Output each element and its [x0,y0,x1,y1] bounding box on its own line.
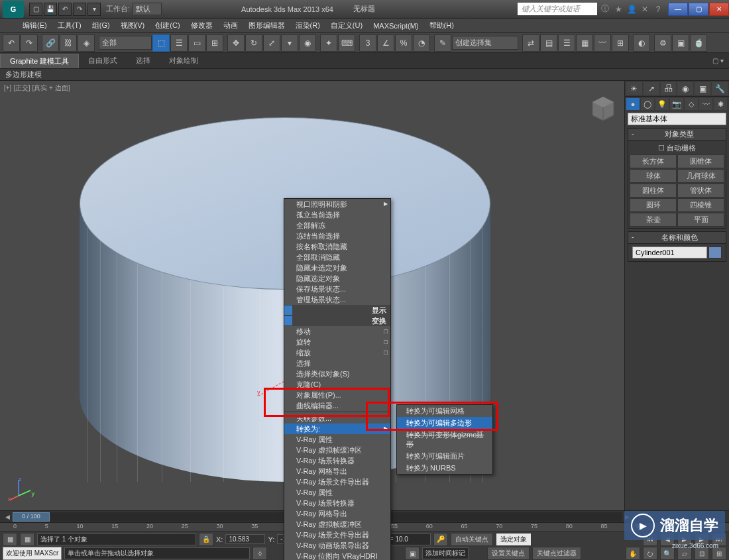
key-mode-icon[interactable]: 🔑 [433,533,448,546]
object-name-input[interactable]: Cylinder001 [632,247,707,258]
rendered-frame-button[interactable]: ▣ [672,34,689,52]
btn-sphere[interactable]: 球体 [630,169,677,183]
cm-wire-params[interactable]: 关联参数... [284,413,390,423]
maxscript-mini-icon[interactable]: ▦ [3,533,17,546]
hierarchy-tab-icon[interactable]: 品 [661,82,677,95]
schematic-button[interactable]: ⊞ [612,34,629,52]
minimize-button[interactable]: — [668,3,688,16]
cm-rotate[interactable]: 旋转 [284,337,390,347]
cm-vray-vfb1[interactable]: V-Ray 虚拟帧缓冲区 [284,445,390,455]
cm-scale[interactable]: 缩放 [284,347,390,358]
render-setup-button[interactable]: ⚙ [654,34,671,52]
cm-vray-vfb2[interactable]: V-Ray 虚拟帧缓冲区 [284,519,390,530]
help-icon[interactable]: ? [653,4,663,15]
spinner-snap-button[interactable]: ◔ [413,34,430,52]
cm-vray-mesh1[interactable]: V-Ray 网格导出 [284,466,390,476]
window-cross-button[interactable]: ⊞ [206,34,223,52]
cm-vray-anim-exp[interactable]: V-Ray 动画场景导出器 [284,540,390,551]
btn-plane[interactable]: 平面 [677,213,724,227]
cm-viewport-lighting[interactable]: 视口照明和阴影 [284,199,390,209]
snap-button[interactable]: 3 [359,34,376,52]
ribbon-tab-selection[interactable]: 选择 [127,54,160,68]
maximize-button[interactable]: ▢ [689,3,708,16]
undo-button[interactable]: ↶ [3,34,20,52]
render-button[interactable]: 🍵 [690,34,707,52]
viewcube[interactable] [589,94,618,123]
cm-isolate[interactable]: 孤立当前选择 [284,209,390,220]
menu-help[interactable]: 帮助(H) [424,19,459,32]
cm-unhide-name[interactable]: 按名称取消隐藏 [284,241,390,252]
ribbon-tab-paint[interactable]: 对象绘制 [160,54,207,68]
time-cursor[interactable]: 0 / 100 [13,512,50,522]
btn-cone[interactable]: 圆锥体 [677,154,724,168]
cm-convert-to[interactable]: 转换为: [284,423,390,434]
lights-icon[interactable]: 💡 [655,98,669,110]
setkey-button[interactable]: 设置关键点 [487,547,530,560]
selection-filter[interactable]: 全部 [99,36,152,50]
angle-snap-button[interactable]: ∠ [377,34,394,52]
cm-unfreeze-all[interactable]: 全部解冻 [284,220,390,231]
cm-vray-props2[interactable]: V-Ray 属性 [284,487,390,498]
cm-save-scene-state[interactable]: 保存场景状态... [284,284,390,294]
nav-pan-icon[interactable]: ✋ [626,547,640,560]
cm-hide-unsel[interactable]: 隐藏未选定对象 [284,262,390,273]
menu-views[interactable]: 视图(V) [115,19,150,32]
sm-nurbs[interactable]: 转换为 NURBS [397,462,492,474]
category-dropdown[interactable]: 标准基本体 [628,113,726,125]
menu-grapheditors[interactable]: 图形编辑器 [243,19,290,32]
ribbon-tab-graphite[interactable]: Graphite 建模工具 [0,54,79,68]
geometry-icon[interactable]: ● [626,98,640,110]
btn-tube[interactable]: 管状体 [677,184,724,197]
dropdown-icon[interactable]: ▾ [87,3,101,16]
layers-button[interactable]: ☰ [558,34,575,52]
sub-ribbon-label[interactable]: 多边形建模 [5,70,42,80]
sm-deform[interactable]: 转换为可变形体gizmo延形 [397,429,492,450]
menu-rendering[interactable]: 渲染(R) [290,19,325,32]
menu-tools[interactable]: 工具(T) [52,19,87,32]
ribbon-tab-freeform[interactable]: 自由形式 [79,54,127,68]
create-tab-icon[interactable]: ☀ [626,82,642,95]
search-input[interactable]: 键入关键字或短语 [518,3,597,15]
helpers-icon[interactable]: ◇ [685,98,698,110]
percent-snap-button[interactable]: % [395,34,412,52]
welcome-button[interactable]: 欢迎使用 MAXScr [3,547,62,560]
cm-vray-scene-exp2[interactable]: V-Ray 场景文件导出器 [284,530,390,540]
modify-tab-icon[interactable]: ↗ [644,82,659,95]
systems-icon[interactable]: ✱ [714,98,727,110]
bind-button[interactable]: ◈ [78,34,95,52]
keymode-button[interactable]: ⌨ [338,34,355,52]
btn-torus[interactable]: 圆环 [630,198,677,212]
infocenter-icon[interactable]: ⓘ [600,4,610,15]
cm-clone[interactable]: 克隆(C) [284,379,390,390]
cm-vray-scene-conv1[interactable]: V-Ray 场景转换器 [284,455,390,466]
edit-selset-button[interactable]: ✎ [434,34,451,52]
cm-select-similar[interactable]: 选择类似对象(S) [284,368,390,379]
btn-cylinder[interactable]: 圆柱体 [630,184,677,197]
sm-edit-poly[interactable]: 转换为可编辑多边形 [397,417,492,429]
cm-unhide-all[interactable]: 全部取消隐藏 [284,252,390,262]
undo-icon[interactable]: ↶ [58,3,72,16]
app-icon[interactable]: G [3,1,24,18]
x-coord-input[interactable]: 10.583 [225,534,265,544]
rotate-button[interactable]: ↻ [245,34,262,52]
cm-vray-scene-exp1[interactable]: V-Ray 场景文件导出器 [284,476,390,487]
cm-obj-props[interactable]: 对象属性(P)... [284,390,390,400]
btn-box[interactable]: 长方体 [630,154,677,168]
cameras-icon[interactable]: 📷 [670,98,683,110]
mirror-button[interactable]: ⇄ [522,34,539,52]
select-name-button[interactable]: ☰ [170,34,188,52]
keyfilter-button[interactable]: 关键点过滤器 [532,547,581,560]
cm-vray-mesh2[interactable]: V-Ray 网格导出 [284,508,390,519]
cm-vray-hdri[interactable]: V-Ray 位图向 VRayHDRI 转换 [284,551,390,560]
nav-orbit-icon[interactable]: ⭮ [643,547,657,560]
cm-curve-editor[interactable]: 曲线编辑器... [284,400,390,411]
sm-edit-mesh[interactable]: 转换为可编辑网格 [397,405,492,417]
ribbon-expand-button[interactable]: ▢ ▾ [707,57,729,64]
align-button[interactable]: ▤ [540,34,557,52]
menu-animation[interactable]: 动画 [218,19,243,32]
sm-edit-patch[interactable]: 转换为可编辑面片 [397,450,492,462]
named-selection-set[interactable]: 创建选择集 [452,36,518,50]
redo-icon[interactable]: ↷ [73,3,86,16]
menu-customize[interactable]: 自定义(U) [325,19,368,32]
select-button[interactable]: ⬚ [152,34,170,52]
